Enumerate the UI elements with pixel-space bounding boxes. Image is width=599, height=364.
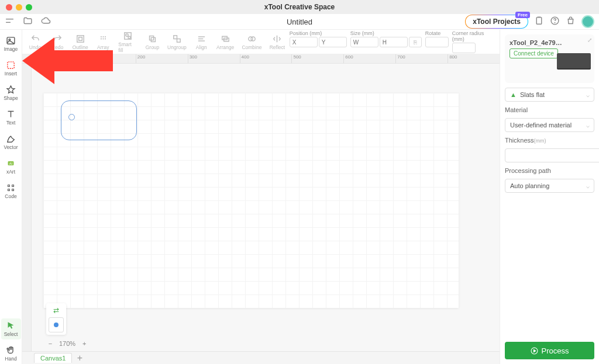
clipboard-icon[interactable] — [534, 16, 544, 28]
svg-text:AI: AI — [9, 162, 13, 165]
processing-path-select[interactable]: Auto planning — [505, 179, 594, 193]
thickness-input[interactable] — [505, 148, 599, 162]
slats-select[interactable]: ▲ Slats flat — [505, 88, 594, 102]
svg-point-18 — [105, 36, 106, 37]
undo-button[interactable]: Undo — [25, 33, 46, 51]
svg-point-17 — [102, 36, 104, 37]
zoom-value[interactable]: 170% — [59, 340, 75, 347]
ruler-vertical — [22, 64, 32, 351]
material-select[interactable]: User-defined material — [505, 118, 594, 132]
svg-rect-14 — [77, 35, 83, 41]
tool-insert[interactable]: Insert — [1, 58, 21, 79]
svg-rect-28 — [177, 39, 180, 42]
folder-icon[interactable] — [23, 16, 33, 28]
svg-rect-13 — [12, 189, 14, 191]
tab-canvas1[interactable]: Canvas1 — [34, 353, 72, 363]
lock-aspect-icon[interactable]: ⎘ — [409, 37, 422, 47]
window-title: xTool Creative Space — [264, 3, 335, 11]
size-label: Size (mm) — [350, 30, 422, 36]
zoom-in-button[interactable]: + — [80, 340, 88, 347]
close-window[interactable] — [6, 4, 12, 11]
traffic-lights — [0, 4, 32, 11]
svg-point-19 — [101, 38, 102, 39]
ungroup-button[interactable]: Ungroup — [164, 33, 190, 51]
shape-circle[interactable] — [68, 114, 75, 120]
minimize-window[interactable] — [16, 4, 22, 11]
right-panel: ⤢ xTool_P2_4e79… Connect device ▲ Slats … — [500, 30, 599, 364]
size-h-input[interactable] — [380, 37, 408, 47]
shape-rounded-rect[interactable] — [61, 100, 137, 140]
tool-select[interactable]: Select — [1, 318, 21, 339]
svg-rect-7 — [8, 62, 14, 68]
topbar: Untitled xTool Projects Free — [0, 14, 599, 30]
maximize-window[interactable] — [26, 4, 32, 11]
free-badge: Free — [515, 12, 530, 18]
ruler-horizontal: 0100200300400500600700800 — [22, 54, 500, 64]
redo-button[interactable]: Redo — [47, 33, 68, 51]
group-button[interactable]: Group — [142, 33, 163, 51]
thickness-label: Thickness(mm) — [505, 137, 594, 144]
tool-code[interactable]: Code — [1, 181, 21, 202]
process-button[interactable]: Process — [505, 342, 594, 359]
svg-rect-11 — [12, 185, 14, 187]
left-toolbar: Image Insert Shape Text Vector AIxArt Co… — [0, 30, 22, 364]
rotate-label: Rotate — [425, 30, 449, 36]
help-icon[interactable] — [550, 16, 560, 28]
zoom-out-button[interactable]: − — [46, 340, 54, 347]
reflect-button[interactable]: Reflect — [266, 33, 288, 51]
tool-xart[interactable]: AIxArt — [1, 156, 21, 177]
add-tab-button[interactable]: + — [74, 353, 85, 363]
tab-bar: Canvas1 + — [22, 351, 500, 364]
layers-panel[interactable]: ⇄ — [46, 303, 66, 335]
connect-button[interactable]: Connect device — [510, 48, 558, 58]
svg-point-4 — [555, 22, 555, 23]
rotate-input[interactable] — [425, 37, 449, 47]
svg-point-16 — [101, 36, 102, 37]
bag-icon[interactable] — [566, 16, 576, 28]
tool-image[interactable]: Image — [1, 33, 21, 54]
avatar[interactable] — [581, 15, 594, 28]
menu-icon[interactable] — [5, 16, 15, 28]
projects-button[interactable]: xTool Projects Free — [465, 15, 528, 29]
play-icon — [531, 347, 538, 355]
pos-x-input[interactable] — [290, 37, 318, 47]
svg-rect-12 — [8, 189, 10, 191]
titlebar: xTool Creative Space — [0, 0, 599, 14]
svg-rect-2 — [536, 17, 542, 23]
material-label: Material — [505, 106, 594, 113]
projects-button-label: xTool Projects — [473, 18, 521, 26]
slats-icon: ▲ — [510, 91, 517, 98]
array-button[interactable]: Array — [92, 33, 113, 51]
tool-text[interactable]: Text — [1, 107, 21, 128]
radius-label: Corner radius (mm) — [452, 30, 493, 42]
canvas-area[interactable]: ⇄ − 170% + — [32, 64, 500, 351]
device-name: xTool_P2_4e79… — [510, 39, 590, 46]
radius-input[interactable] — [452, 43, 476, 53]
arrange-button[interactable]: Arrange — [213, 33, 237, 51]
layer-item[interactable] — [49, 317, 64, 332]
layers-toggle-icon[interactable]: ⇄ — [49, 306, 64, 315]
svg-rect-15 — [78, 37, 82, 40]
svg-point-21 — [105, 38, 106, 39]
ribbon: Undo Redo Outline Array Smart fill Group… — [22, 30, 500, 54]
pos-y-input[interactable] — [319, 37, 347, 47]
svg-rect-27 — [174, 35, 177, 39]
cloud-icon[interactable] — [41, 16, 51, 28]
svg-rect-10 — [8, 185, 10, 187]
combine-button[interactable]: Combine — [239, 33, 265, 51]
device-box: ⤢ xTool_P2_4e79… Connect device — [505, 34, 594, 83]
svg-rect-24 — [128, 36, 130, 39]
processing-path-label: Processing path — [505, 167, 594, 174]
smartfill-button[interactable]: Smart fill — [115, 30, 140, 54]
svg-point-20 — [102, 38, 104, 39]
size-w-input[interactable] — [350, 37, 378, 47]
slats-label: Slats flat — [520, 91, 545, 98]
tool-vector[interactable]: Vector — [1, 131, 21, 152]
artboard[interactable] — [43, 93, 459, 308]
align-button[interactable]: Align — [191, 33, 212, 51]
tool-shape[interactable]: Shape — [1, 82, 21, 103]
tool-hand[interactable]: Hand — [1, 343, 21, 364]
expand-icon[interactable]: ⤢ — [587, 37, 592, 43]
document-title[interactable]: Untitled — [287, 18, 312, 26]
outline-button[interactable]: Outline — [69, 33, 91, 51]
